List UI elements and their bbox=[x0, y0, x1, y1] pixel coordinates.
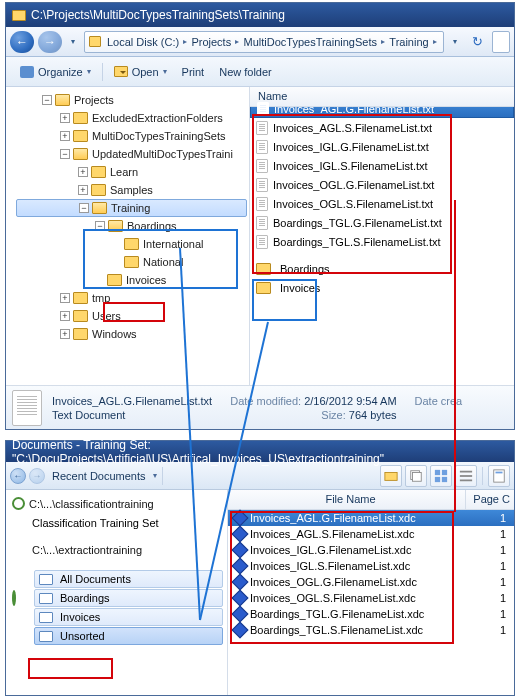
folder-icon bbox=[384, 469, 398, 483]
collapse-icon[interactable]: − bbox=[95, 221, 105, 231]
tree-node-learn[interactable]: +Learn bbox=[16, 163, 247, 181]
tree-node-users[interactable]: +Users bbox=[16, 307, 247, 325]
explorer-titlebar[interactable]: C:\Projects\MultiDocTypesTrainingSets\Tr… bbox=[6, 3, 514, 27]
expand-icon[interactable]: + bbox=[78, 167, 88, 177]
tree-node-invoices[interactable]: Invoices bbox=[16, 271, 247, 289]
file-row[interactable]: Boardings_TGL.G.FilenameList.txt bbox=[250, 213, 514, 232]
tree-node-excluded[interactable]: +ExcludedExtractionFolders bbox=[16, 109, 247, 127]
file-row[interactable]: Invoices_AGL.G.FilenameList.xdc1 bbox=[228, 510, 514, 526]
column-header-filename[interactable]: File Name bbox=[228, 490, 466, 509]
refresh-button[interactable]: ↻ bbox=[466, 31, 488, 53]
file-row[interactable]: Invoices_IGL.G.FilenameList.xdc1 bbox=[228, 542, 514, 558]
explorer-tree[interactable]: −Projects +ExcludedExtractionFolders +Mu… bbox=[6, 87, 250, 385]
breadcrumb-segment[interactable]: Local Disk (C:) bbox=[105, 36, 181, 48]
file-row[interactable]: Invoices_IGL.S.FilenameList.xdc1 bbox=[228, 558, 514, 574]
search-input[interactable] bbox=[492, 31, 510, 53]
documents-tree[interactable]: C:\...\classificationtraining Classifica… bbox=[6, 490, 228, 695]
expand-icon[interactable]: + bbox=[60, 311, 70, 321]
column-headers: File Name Page C bbox=[228, 490, 514, 510]
svg-rect-0 bbox=[385, 472, 397, 480]
collapse-icon[interactable]: − bbox=[42, 95, 52, 105]
file-row[interactable]: Invoices_AGL.S.FilenameList.txt bbox=[250, 118, 514, 137]
tree-node-international[interactable]: International bbox=[16, 235, 247, 253]
breadcrumb-segment[interactable]: Projects bbox=[189, 36, 233, 48]
chevron-right-icon[interactable]: ▸ bbox=[431, 37, 439, 46]
tree-node-boardings[interactable]: −Boardings bbox=[16, 217, 247, 235]
svg-rect-7 bbox=[460, 470, 472, 472]
tree-node-training[interactable]: −Training bbox=[16, 199, 247, 217]
chevron-right-icon[interactable]: ▸ bbox=[379, 37, 387, 46]
folder-row[interactable]: Invoices bbox=[250, 278, 514, 297]
breadcrumb-segment[interactable]: MultiDocTypesTrainingSets bbox=[242, 36, 379, 48]
chevron-right-icon[interactable]: ▸ bbox=[233, 37, 241, 46]
explorer-file-pane[interactable]: Name Invoices_AGL.G.FilenameList.txt Inv… bbox=[250, 87, 514, 385]
tree-node-multi[interactable]: +MultiDocTypesTrainingSets bbox=[16, 127, 247, 145]
text-file-icon bbox=[256, 178, 268, 192]
file-name: Invoices_OGL.G.FilenameList.txt bbox=[273, 179, 434, 191]
text-file-icon bbox=[256, 235, 268, 249]
folder-icon bbox=[73, 328, 88, 340]
toolbar-button[interactable] bbox=[488, 465, 510, 487]
open-folder-icon bbox=[114, 66, 128, 77]
documents-titlebar[interactable]: Documents - Training Set: "C:\DocuProjec… bbox=[6, 441, 514, 462]
svg-rect-3 bbox=[435, 469, 440, 474]
toolbar-button[interactable] bbox=[405, 465, 427, 487]
chevron-down-icon[interactable]: ▾ bbox=[153, 471, 157, 480]
tree-node-national[interactable]: National bbox=[16, 253, 247, 271]
detail-file-type: Text Document bbox=[52, 409, 212, 421]
detail-file-name: Invoices_AGL.G.FilenameList.txt bbox=[52, 395, 212, 407]
forward-button[interactable]: → bbox=[29, 468, 45, 484]
tree-node-updated[interactable]: −UpdatedMultiDocTypesTraini bbox=[16, 145, 247, 163]
tree-node-projects[interactable]: −Projects bbox=[16, 91, 247, 109]
toolbar-button[interactable] bbox=[430, 465, 452, 487]
training-set-row[interactable]: C:\...\extractiontraining bbox=[12, 540, 223, 559]
breadcrumb-bar[interactable]: Local Disk (C:) ▸ Projects ▸ MultiDocTyp… bbox=[84, 31, 444, 53]
expand-icon[interactable]: + bbox=[78, 185, 88, 195]
file-row[interactable]: Boardings_TGL.S.FilenameList.txt bbox=[250, 232, 514, 251]
back-button[interactable]: ← bbox=[10, 31, 34, 53]
expand-icon[interactable]: + bbox=[60, 131, 70, 141]
collapse-icon[interactable]: − bbox=[79, 203, 89, 213]
open-button[interactable]: Open▾ bbox=[108, 64, 173, 80]
file-row[interactable]: Invoices_OGL.G.FilenameList.txt bbox=[250, 175, 514, 194]
folder-icon bbox=[39, 612, 53, 623]
file-row[interactable]: Boardings_TGL.S.FilenameList.xdc1 bbox=[228, 622, 514, 638]
file-row[interactable]: Invoices_OGL.S.FilenameList.txt bbox=[250, 194, 514, 213]
folder-boardings[interactable]: Boardings bbox=[34, 589, 223, 607]
back-button[interactable]: ← bbox=[10, 468, 26, 484]
chevron-right-icon[interactable]: ▸ bbox=[181, 37, 189, 46]
organize-button[interactable]: Organize▾ bbox=[14, 64, 97, 80]
toolbar-button[interactable] bbox=[455, 465, 477, 487]
expand-icon[interactable]: + bbox=[60, 113, 70, 123]
tree-node-tmp[interactable]: +tmp bbox=[16, 289, 247, 307]
print-button[interactable]: Print bbox=[176, 64, 211, 80]
column-header-name[interactable]: Name bbox=[250, 87, 514, 107]
file-row[interactable]: Invoices_OGL.G.FilenameList.xdc1 bbox=[228, 574, 514, 590]
folder-icon bbox=[73, 148, 88, 160]
folder-icon bbox=[39, 631, 53, 642]
folder-row[interactable]: Boardings bbox=[250, 259, 514, 278]
expand-icon[interactable]: + bbox=[60, 293, 70, 303]
file-row[interactable]: Invoices_IGL.G.FilenameList.txt bbox=[250, 137, 514, 156]
file-row[interactable]: Invoices_IGL.S.FilenameList.txt bbox=[250, 156, 514, 175]
expand-icon[interactable]: + bbox=[60, 329, 70, 339]
documents-file-pane[interactable]: File Name Page C Invoices_AGL.G.Filename… bbox=[228, 490, 514, 695]
collapse-icon[interactable]: − bbox=[60, 149, 70, 159]
breadcrumb-segment[interactable]: Training bbox=[387, 36, 430, 48]
folder-invoices[interactable]: Invoices bbox=[34, 608, 223, 626]
history-dropdown[interactable]: ▾ bbox=[66, 31, 80, 53]
toolbar-button[interactable] bbox=[380, 465, 402, 487]
tree-node-samples[interactable]: +Samples bbox=[16, 181, 247, 199]
file-row[interactable]: Invoices_AGL.S.FilenameList.xdc1 bbox=[228, 526, 514, 542]
folder-unsorted[interactable]: Unsorted bbox=[34, 627, 223, 645]
column-header-page[interactable]: Page C bbox=[466, 490, 514, 509]
recent-documents-button[interactable]: Recent Documents bbox=[48, 470, 150, 482]
file-row[interactable]: Boardings_TGL.G.FilenameList.xdc1 bbox=[228, 606, 514, 622]
tree-node-windows[interactable]: +Windows bbox=[16, 325, 247, 343]
folder-all-documents[interactable]: All Documents bbox=[34, 570, 223, 588]
training-set-row[interactable]: C:\...\classificationtraining bbox=[12, 494, 223, 513]
new-folder-button[interactable]: New folder bbox=[213, 64, 278, 80]
forward-button[interactable]: → bbox=[38, 31, 62, 53]
address-dropdown[interactable]: ▾ bbox=[448, 31, 462, 53]
file-row[interactable]: Invoices_OGL.S.FilenameList.xdc1 bbox=[228, 590, 514, 606]
